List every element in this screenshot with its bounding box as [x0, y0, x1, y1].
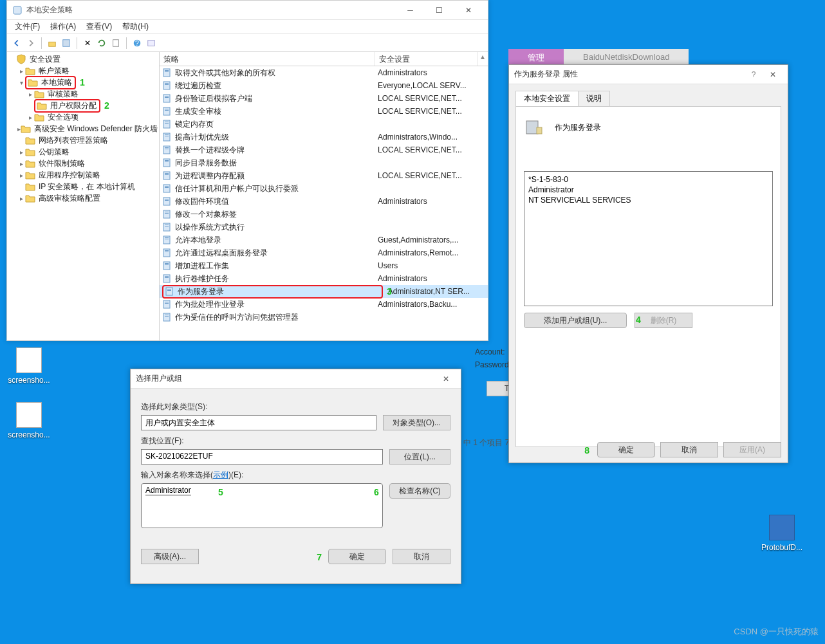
- policy-row[interactable]: 生成安全审核LOCAL SERVICE,NET...: [160, 105, 488, 118]
- close-button[interactable]: ✕: [436, 374, 456, 383]
- svg-rect-61: [163, 300, 170, 308]
- close-button[interactable]: ✕: [763, 70, 783, 79]
- policy-row[interactable]: 以操作系统方式执行: [160, 221, 488, 234]
- example-link[interactable]: 示例: [213, 470, 228, 479]
- advanced-button[interactable]: 高级(A)...: [141, 549, 199, 564]
- member-item[interactable]: Administrator: [527, 185, 770, 195]
- svg-rect-47: [165, 237, 169, 238]
- object-name-input[interactable]: Administrator: [141, 483, 383, 528]
- policy-row[interactable]: 执行卷维护任务Administrators: [160, 272, 488, 285]
- logon-as-service-properties-dialog: 作为服务登录 属性 ? ✕ 本地安全设置 说明 作为服务登录 *S-1-5-83…: [508, 64, 788, 463]
- ok-button[interactable]: 确定: [328, 549, 386, 564]
- tree-item[interactable]: 网络列表管理器策略: [8, 134, 158, 146]
- help-icon[interactable]: ?: [131, 37, 143, 49]
- policy-row[interactable]: 替换一个进程级令牌LOCAL SERVICE,NET...: [160, 143, 488, 156]
- svg-rect-52: [163, 262, 170, 270]
- tree-item-label: 本地策略: [40, 77, 73, 88]
- svg-rect-68: [537, 127, 542, 134]
- options-icon[interactable]: [145, 37, 157, 49]
- tab-explain[interactable]: 说明: [578, 91, 610, 106]
- policy-row[interactable]: 身份验证后模拟客户端LOCAL SERVICE,NET...: [160, 92, 488, 105]
- policy-row[interactable]: 作为服务登录3Administrator,NT SER...: [160, 285, 488, 298]
- policy-row[interactable]: 允许本地登录Guest,Administrators,...: [160, 234, 488, 246]
- policy-row[interactable]: 作为受信任的呼叫方访问凭据管理器: [160, 311, 488, 324]
- policy-icon: [162, 106, 172, 116]
- policy-row[interactable]: 绕过遍历检查Everyone,LOCAL SERV...: [160, 79, 488, 92]
- desktop-icon-screenshot1[interactable]: screensho...: [6, 347, 51, 385]
- minimize-button[interactable]: ─: [396, 1, 425, 20]
- policy-name: 作为受信任的呼叫方访问凭据管理器: [175, 312, 378, 323]
- policy-row[interactable]: 允许通过远程桌面服务登录Administrators,Remot...: [160, 246, 488, 259]
- menu-file[interactable]: 文件(F): [10, 20, 45, 33]
- menu-view[interactable]: 查看(V): [81, 20, 117, 33]
- tab-local-security[interactable]: 本地安全设置: [515, 91, 579, 106]
- up-icon[interactable]: [46, 37, 58, 49]
- policy-row[interactable]: 为进程调整内存配额LOCAL SERVICE,NET...: [160, 169, 488, 182]
- properties-icon[interactable]: [60, 37, 72, 49]
- tree-item[interactable]: 用户权限分配2: [8, 100, 158, 111]
- policy-setting: LOCAL SERVICE,NET...: [378, 94, 485, 103]
- tree-pane[interactable]: 安全设置 ▸帐户策略▾本地策略1▸审核策略用户权限分配2▸安全选项▸高级安全 W…: [7, 52, 160, 340]
- members-listbox[interactable]: *S-1-5-83-0AdministratorNT SERVICE\ALL S…: [524, 171, 773, 306]
- policy-row[interactable]: 同步目录服务数据: [160, 156, 488, 169]
- member-item[interactable]: *S-1-5-83-0: [527, 174, 770, 185]
- tree-root[interactable]: 安全设置: [8, 53, 158, 65]
- maximize-button[interactable]: ☐: [425, 1, 454, 20]
- close-button[interactable]: ✕: [454, 1, 483, 20]
- policy-row[interactable]: 取得文件或其他对象的所有权Administrators: [160, 66, 488, 79]
- tree-item[interactable]: IP 安全策略，在 本地计算机: [8, 181, 158, 192]
- desktop-icon-protobuf[interactable]: ProtobufD...: [759, 515, 804, 552]
- policy-row[interactable]: 信任计算机和用户帐户可以执行委派: [160, 182, 488, 195]
- tree-item[interactable]: ▸审核策略: [8, 88, 158, 100]
- menu-action[interactable]: 操作(A): [45, 20, 81, 33]
- tree-item[interactable]: ▸帐户策略: [8, 65, 158, 77]
- tree-item[interactable]: ▸高级安全 Windows Defender 防火墙: [8, 123, 158, 134]
- add-user-group-button[interactable]: 添加用户或组(U)...: [524, 313, 627, 328]
- svg-rect-26: [165, 147, 169, 148]
- policy-row[interactable]: 提高计划优先级Administrators,Windo...: [160, 131, 488, 143]
- svg-rect-29: [165, 160, 169, 161]
- policy-row[interactable]: 增加进程工作集Users: [160, 259, 488, 272]
- file-icon: [16, 347, 42, 373]
- remove-button: 删除(R): [635, 313, 692, 328]
- tree-item[interactable]: ▸应用程序控制策略: [8, 169, 158, 181]
- export-icon[interactable]: [110, 37, 122, 49]
- member-item[interactable]: NT SERVICE\ALL SERVICES: [527, 195, 770, 205]
- column-header-policy[interactable]: 策略: [160, 52, 375, 66]
- shield-icon: [16, 54, 26, 64]
- policy-row[interactable]: 锁定内存页: [160, 118, 488, 131]
- tree-item[interactable]: ▸软件限制策略: [8, 158, 158, 169]
- ok-button[interactable]: 确定: [597, 442, 655, 457]
- desktop-icon-screenshot2[interactable]: screensho...: [6, 402, 51, 439]
- policy-row[interactable]: 修改固件环境值Administrators: [160, 195, 488, 208]
- tree-item-label: 公钥策略: [37, 147, 71, 158]
- tree-item-label: 应用程序控制策略: [37, 170, 102, 181]
- list-body[interactable]: 取得文件或其他对象的所有权Administrators绕过遍历检查Everyon…: [160, 66, 488, 340]
- cancel-button[interactable]: 取消: [393, 549, 450, 564]
- tree-root-label: 安全设置: [28, 54, 62, 65]
- policy-row[interactable]: 修改一个对象标签: [160, 208, 488, 221]
- tree-item[interactable]: ▾本地策略1: [8, 77, 158, 88]
- tree-item[interactable]: ▸安全选项: [8, 111, 158, 123]
- desktop-icon-label: screensho...: [6, 430, 51, 439]
- policy-name: 取得文件或其他对象的所有权: [175, 68, 378, 78]
- check-names-button[interactable]: 检查名称(C): [389, 483, 450, 499]
- refresh-icon[interactable]: [96, 37, 107, 49]
- forward-icon[interactable]: [25, 37, 37, 49]
- object-types-button[interactable]: 对象类型(O)...: [383, 415, 450, 430]
- policy-row[interactable]: 作为批处理作业登录Administrators,Backu...: [160, 298, 488, 311]
- tree-item[interactable]: ▸高级审核策略配置: [8, 192, 158, 204]
- back-icon[interactable]: [11, 37, 23, 49]
- tree-item[interactable]: ▸公钥策略: [8, 146, 158, 158]
- column-header-setting[interactable]: 安全设置: [375, 52, 477, 66]
- delete-icon[interactable]: ✕: [82, 37, 93, 49]
- scroll-up-icon[interactable]: ▴: [477, 52, 488, 66]
- folder-icon: [769, 515, 795, 540]
- svg-rect-51: [165, 252, 169, 252]
- help-button[interactable]: ?: [744, 70, 763, 79]
- tree-item-label: 软件限制策略: [37, 158, 86, 169]
- cancel-button[interactable]: 取消: [660, 442, 718, 457]
- locations-button[interactable]: 位置(L)...: [389, 449, 450, 465]
- menu-help[interactable]: 帮助(H): [117, 20, 154, 33]
- tree-item-label: 安全选项: [46, 112, 80, 123]
